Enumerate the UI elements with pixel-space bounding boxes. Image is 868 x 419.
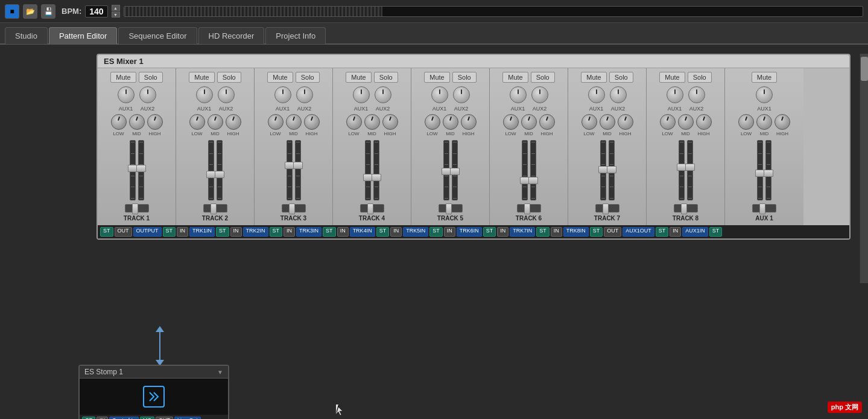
conn-in-icon-7[interactable]: IN (497, 227, 508, 237)
conn-in-icon-2[interactable]: IN (230, 227, 242, 237)
stomp-line-out[interactable]: Line Out (174, 417, 201, 419)
mute-btn-5[interactable]: Mute (424, 72, 449, 83)
low-knob-2[interactable] (189, 114, 205, 130)
mid-knob-2[interactable] (207, 114, 223, 130)
scrollbar-thumb[interactable] (861, 57, 868, 81)
conn-in-icon-8[interactable]: IN (551, 227, 562, 237)
conn-in-icon-4[interactable]: IN (337, 227, 349, 237)
fader-right-6[interactable] (530, 140, 536, 200)
crossfader-8[interactable] (674, 204, 698, 213)
solo-btn-5[interactable]: Solo (452, 72, 477, 83)
fader-left-2[interactable] (208, 140, 214, 200)
stomp-plugin-icon[interactable] (143, 386, 165, 408)
crossfader-7[interactable] (595, 204, 619, 213)
fader-left-a1[interactable] (757, 140, 763, 200)
aux2-knob-4[interactable] (375, 86, 391, 103)
tab-sequence-editor[interactable]: Sequence Editor (118, 27, 197, 44)
aux1-knob-a1[interactable] (756, 86, 773, 103)
fader-left-8[interactable] (679, 140, 685, 200)
conn-st-8[interactable]: ST (483, 227, 496, 237)
stomp-ct[interactable]: CT (82, 417, 95, 419)
aux1-knob-8[interactable] (667, 86, 683, 103)
aux2-knob-3[interactable] (296, 86, 313, 103)
crossfader-3[interactable] (282, 204, 306, 213)
vertical-scrollbar[interactable] (860, 54, 868, 283)
conn-st-3[interactable]: ST (216, 227, 229, 237)
fader-right-8[interactable] (687, 140, 693, 200)
tab-studio[interactable]: Studio (5, 27, 48, 44)
conn-st-4[interactable]: ST (270, 227, 283, 237)
mid-knob-3[interactable] (286, 114, 302, 130)
conn-st-11[interactable]: ST (656, 227, 669, 237)
tab-project-info[interactable]: Project Info (265, 27, 326, 44)
conn-in-icon-3[interactable]: IN (284, 227, 295, 237)
aux1-knob-1[interactable] (118, 86, 135, 103)
crossfader-1[interactable] (125, 204, 149, 213)
conn-aux1out[interactable]: AUX1OUT (622, 227, 654, 237)
low-knob-5[interactable] (425, 114, 440, 130)
mid-knob-1[interactable] (129, 114, 145, 130)
aux1-knob-2[interactable] (196, 86, 213, 103)
conn-trk3in[interactable]: TRK3IN (296, 227, 322, 237)
fader-right-3[interactable] (295, 140, 301, 200)
high-knob-a1[interactable] (775, 114, 790, 130)
conn-in-icon-1[interactable]: IN (177, 227, 188, 237)
fader-left-6[interactable] (522, 140, 528, 200)
aux2-knob-7[interactable] (610, 86, 627, 103)
power-button[interactable]: ■ (5, 4, 19, 19)
aux1-knob-6[interactable] (510, 86, 527, 103)
solo-btn-1[interactable]: Solo (139, 72, 163, 83)
conn-aux1in[interactable]: AUX1IN (682, 227, 708, 237)
mute-btn-6[interactable]: Mute (502, 72, 528, 83)
crossfader-6[interactable] (517, 204, 541, 213)
high-knob-2[interactable] (226, 114, 241, 130)
solo-btn-4[interactable]: Solo (374, 72, 398, 83)
fader-right-4[interactable] (373, 140, 379, 200)
high-knob-3[interactable] (304, 114, 320, 130)
crossfader-a1[interactable] (752, 204, 776, 213)
fader-left-3[interactable] (287, 140, 293, 200)
aux2-knob-5[interactable] (453, 86, 470, 103)
aux1-knob-5[interactable] (431, 86, 448, 103)
conn-in-icon-9[interactable]: IN (670, 227, 681, 237)
stomp-out-icon[interactable]: OUT (156, 417, 173, 419)
progress-bar[interactable] (124, 6, 863, 17)
bpm-up-arrow[interactable]: ▲ (112, 5, 120, 11)
conn-trk1in[interactable]: TRK1IN (189, 227, 215, 237)
conn-trk8in[interactable]: TRK8IN (563, 227, 589, 237)
mute-btn-7[interactable]: Mute (581, 72, 606, 83)
fader-right-7[interactable] (609, 140, 615, 200)
high-knob-7[interactable] (618, 114, 633, 130)
crossfader-4[interactable] (360, 204, 384, 213)
low-knob-1[interactable] (111, 114, 127, 130)
low-knob-3[interactable] (268, 114, 284, 130)
high-knob-5[interactable] (461, 114, 477, 130)
conn-trk2in[interactable]: TRK2IN (243, 227, 268, 237)
tab-pattern-editor[interactable]: Pattern Editor (49, 27, 118, 44)
open-button[interactable]: 📂 (23, 4, 37, 19)
aux1-knob-3[interactable] (274, 86, 291, 103)
conn-trk4in[interactable]: TRK4IN (350, 227, 375, 237)
low-knob-8[interactable] (660, 114, 676, 130)
solo-btn-8[interactable]: Solo (688, 72, 712, 83)
save-button[interactable]: 💾 (41, 4, 55, 19)
low-knob-a1[interactable] (738, 114, 754, 130)
mute-btn-8[interactable]: Mute (659, 72, 685, 83)
mid-knob-7[interactable] (600, 114, 615, 130)
high-knob-4[interactable] (382, 114, 398, 130)
mid-knob-6[interactable] (521, 114, 537, 130)
low-knob-6[interactable] (503, 114, 519, 130)
aux1-knob-4[interactable] (353, 86, 370, 103)
crossfader-5[interactable] (439, 204, 463, 213)
conn-out-icon[interactable]: OUT (115, 227, 132, 237)
fader-left-5[interactable] (443, 140, 449, 200)
fader-left-1[interactable] (130, 140, 136, 200)
stomp-control-in[interactable]: Control In (109, 417, 139, 419)
conn-in-icon-6[interactable]: IN (444, 227, 455, 237)
conn-st-10[interactable]: ST (590, 227, 603, 237)
mute-btn-2[interactable]: Mute (189, 72, 214, 83)
aux1-knob-7[interactable] (588, 86, 605, 103)
conn-in-icon-5[interactable]: IN (390, 227, 402, 237)
stomp-in-icon[interactable]: IN (97, 417, 108, 419)
conn-trk6in[interactable]: TRK6IN (457, 227, 482, 237)
